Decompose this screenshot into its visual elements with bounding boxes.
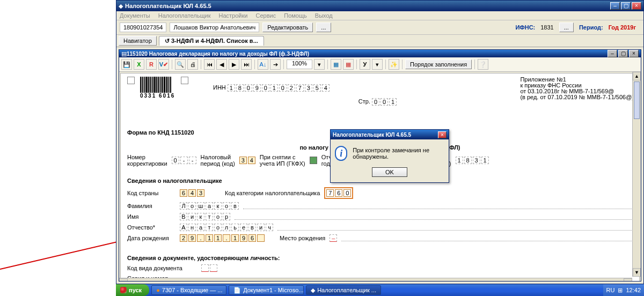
order-reference: Приложение №1 к приказу ФНС России от 03… [520, 77, 634, 100]
pob-label: Место рождения [280, 235, 325, 241]
tool-b-icon[interactable]: ▦ [343, 59, 354, 70]
dialog-message: При контроле замечания не обнаружены. [353, 147, 444, 160]
menu-item[interactable]: Сервис [256, 12, 276, 19]
country-label: Код страны [127, 190, 175, 196]
ifns-label: ИФНС: [515, 24, 535, 31]
tax-period-label: Налоговый период (код) [201, 154, 235, 167]
info-bar: 180901027354 Лошаков Виктор Анатольевич … [116, 20, 643, 35]
dob-label: Дата рождения [127, 235, 175, 241]
refresh-icon: ↺ [165, 38, 170, 44]
marker-box [127, 77, 135, 84]
navigator-bar: Навигатор ↺ 3-НДФЛ и 4-НДФЛ. Список в... [116, 35, 643, 47]
period-label: Период: [579, 24, 603, 31]
tool-a-icon[interactable]: ▦ [331, 59, 341, 70]
tray-icon[interactable]: ⊞ [618, 287, 623, 294]
ifns-value: 1831 [540, 24, 553, 31]
save-icon[interactable]: 💾 [121, 59, 132, 70]
menu-item[interactable]: Выход [315, 12, 333, 19]
submit-cells[interactable]: 1831 [456, 157, 489, 164]
doc-minimize[interactable]: – [608, 50, 617, 57]
doc-maximize[interactable]: ▢ [618, 50, 628, 57]
fill-order-button[interactable]: Порядок заполнения [405, 60, 472, 69]
system-tray[interactable]: RU ⊞ 12:42 [603, 284, 644, 296]
name-label: Имя [127, 213, 175, 220]
excel-icon[interactable]: X [134, 59, 144, 70]
menu-item[interactable]: Настройки [219, 12, 248, 19]
search-icon[interactable]: 🔍 [175, 59, 186, 70]
country-cells[interactable]: 643 [180, 189, 204, 197]
scroll-right-button[interactable]: ▶ [624, 278, 632, 282]
menu-item[interactable]: Документы [120, 12, 150, 19]
navigator-button[interactable]: Навигатор [119, 36, 157, 46]
validate-r-icon[interactable]: R [146, 59, 157, 70]
y-dropdown[interactable]: ▾ [372, 59, 383, 70]
doc-toolbar: 💾 X R V✔ 🔍 🖨 ⏮ ◀ ▶ ⏭ A↓ ➔ 100% ▾ ▦ ▦ У ▾ [119, 57, 641, 72]
dialog-close-button[interactable]: × [438, 131, 447, 138]
tax-period-cells[interactable]: 34 [239, 157, 255, 164]
scroll-up-button[interactable]: ▲ [633, 72, 641, 80]
prev-page-icon[interactable]: ◀ [216, 59, 227, 70]
close-button[interactable]: × [632, 2, 641, 10]
correction-cells[interactable]: 0-- [172, 157, 196, 164]
doc-titlebar: ▤ 1151020 Налоговая декларация по налогу… [119, 50, 641, 57]
taskbar-task-active[interactable]: ◆Налогоплательщик ... [306, 285, 381, 295]
arrow-icon[interactable]: ➔ [270, 59, 281, 70]
page-cells: 001 [372, 98, 397, 106]
more-button[interactable]: ... [316, 23, 331, 32]
marker-box [181, 77, 188, 84]
taskbar-task[interactable]: 📄Документ1 - Microso... [229, 285, 304, 295]
edit-button[interactable]: Редактировать [262, 23, 313, 32]
doctype-cells[interactable] [201, 264, 217, 272]
app-titlebar: ◆ Налогоплательщик ЮЛ 4.65.5 – ▢ × [116, 1, 643, 11]
menubar: Документы Налогоплательщик Настройки Сер… [116, 11, 643, 20]
y-button[interactable]: У [360, 59, 370, 70]
menu-item[interactable]: Помощь [284, 12, 307, 19]
maximize-button[interactable]: ▢ [621, 2, 631, 10]
surname-cells[interactable]: Лошаков [180, 202, 239, 210]
year-label: Год 2019г [609, 24, 636, 31]
scroll-down-button[interactable]: ▼ [633, 268, 641, 277]
dialog-title: Налогоплательщик ЮЛ 4.65.5 [333, 132, 438, 138]
taskbar-task[interactable]: ●7307 - Входящие — ... [151, 285, 226, 295]
help-icon[interactable]: ❔ [478, 59, 488, 70]
info-icon: i [335, 146, 347, 161]
start-button[interactable]: пуск [116, 284, 149, 296]
inn-cells[interactable]: 180901027354 [228, 84, 330, 92]
taskbar: пуск ●7307 - Входящие — ... 📄Документ1 -… [116, 284, 644, 296]
ip-checkbox[interactable] [310, 157, 317, 164]
category-cells[interactable]: 760 [324, 187, 353, 199]
lang-indicator[interactable]: RU [606, 287, 615, 293]
pob-cells[interactable]: – [330, 234, 337, 242]
validate-v-icon[interactable]: V✔ [158, 59, 169, 70]
scroll-left-button[interactable]: ◀ [119, 278, 128, 282]
dialog-ok-button[interactable]: OK [372, 167, 407, 177]
section-id-document: Сведения о документе, удостоверяющем лич… [127, 255, 633, 261]
doc-icon: ▤ [121, 50, 127, 57]
menu-item[interactable]: Налогоплательщик [158, 12, 211, 19]
print-icon[interactable]: 🖨 [187, 59, 198, 70]
font-icon[interactable]: A↓ [258, 59, 268, 70]
last-page-icon[interactable]: ⏭ [241, 59, 252, 70]
nav-tab-active[interactable]: ↺ 3-НДФЛ и 4-НДФЛ. Список в... [159, 36, 264, 46]
minimize-button[interactable]: – [610, 2, 620, 10]
doc-title: 1151020 Налоговая декларация по налогу н… [127, 51, 608, 57]
zoom-dropdown[interactable]: ▾ [314, 59, 325, 70]
app-icon: ◆ [119, 3, 123, 10]
name-cells[interactable]: Виктор [180, 213, 230, 220]
scroll-thumb[interactable] [634, 82, 640, 119]
next-page-icon[interactable]: ▶ [229, 59, 239, 70]
zoom-select[interactable]: 100% [287, 60, 312, 69]
info-dialog: Налогоплательщик ЮЛ 4.65.5 × i При контр… [330, 129, 449, 183]
first-page-icon[interactable]: ⏮ [204, 59, 215, 70]
inn-label: ИНН [213, 84, 226, 91]
wand-icon[interactable]: ✨ [389, 59, 399, 70]
ifns-picker[interactable]: ... [559, 23, 574, 32]
taxpayer-name: Лошаков Виктор Анатольевич [170, 23, 259, 32]
doc-close[interactable]: × [629, 50, 639, 57]
vertical-scrollbar[interactable]: ▲ ▼ [632, 72, 641, 277]
dob-cells[interactable]: 29.11.196 [180, 234, 265, 242]
horizontal-scrollbar[interactable]: ◀ ▶ [119, 278, 632, 282]
category-label: Код категории налогоплательщика [225, 190, 320, 196]
doctype-label: Код вида документа [127, 265, 197, 271]
patronymic-cells[interactable]: Анатольевич [180, 224, 273, 231]
